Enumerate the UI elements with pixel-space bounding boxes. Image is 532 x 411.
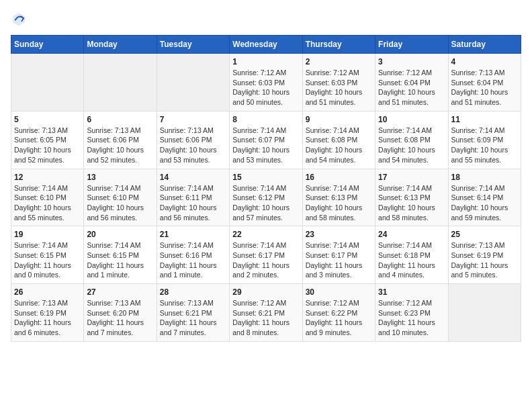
day-number: 15 (232, 173, 299, 182)
day-number: 29 (232, 287, 299, 297)
day-number: 18 (451, 173, 518, 182)
day-info: Sunrise: 7:14 AM Sunset: 6:10 PM Dayligh… (14, 183, 81, 223)
day-info: Sunrise: 7:12 AM Sunset: 6:03 PM Dayligh… (232, 68, 299, 107)
day-number: 16 (306, 173, 372, 182)
calendar-cell: 14Sunrise: 7:14 AM Sunset: 6:11 PM Dayli… (157, 169, 229, 226)
weekday-header-monday: Monday (84, 36, 157, 54)
day-info: Sunrise: 7:12 AM Sunset: 6:21 PM Dayligh… (232, 298, 299, 338)
calendar-cell: 24Sunrise: 7:14 AM Sunset: 6:18 PM Dayli… (375, 226, 448, 284)
day-info: Sunrise: 7:13 AM Sunset: 6:05 PM Dayligh… (14, 126, 81, 165)
calendar-cell: 5Sunrise: 7:13 AM Sunset: 6:05 PM Daylig… (11, 111, 84, 169)
calendar-cell: 6Sunrise: 7:13 AM Sunset: 6:06 PM Daylig… (84, 111, 157, 169)
weekday-header-sunday: Sunday (11, 36, 84, 54)
day-number: 30 (306, 287, 372, 297)
day-info: Sunrise: 7:13 AM Sunset: 6:06 PM Dayligh… (87, 126, 153, 165)
calendar-cell: 16Sunrise: 7:14 AM Sunset: 6:13 PM Dayli… (302, 169, 375, 226)
day-number: 10 (378, 115, 445, 124)
day-number: 14 (160, 173, 226, 182)
day-info: Sunrise: 7:12 AM Sunset: 6:03 PM Dayligh… (306, 68, 372, 107)
calendar-cell (84, 54, 157, 111)
calendar-cell: 29Sunrise: 7:12 AM Sunset: 6:21 PM Dayli… (230, 284, 302, 342)
day-info: Sunrise: 7:14 AM Sunset: 6:08 PM Dayligh… (306, 126, 372, 165)
day-number: 2 (306, 57, 372, 66)
day-info: Sunrise: 7:12 AM Sunset: 6:23 PM Dayligh… (378, 298, 445, 338)
weekday-header-wednesday: Wednesday (230, 36, 302, 54)
day-number: 7 (160, 115, 226, 124)
calendar-cell: 31Sunrise: 7:12 AM Sunset: 6:23 PM Dayli… (375, 284, 448, 342)
day-info: Sunrise: 7:14 AM Sunset: 6:15 PM Dayligh… (14, 240, 81, 280)
day-info: Sunrise: 7:12 AM Sunset: 6:04 PM Dayligh… (378, 68, 445, 107)
day-number: 3 (378, 57, 445, 66)
day-info: Sunrise: 7:14 AM Sunset: 6:13 PM Dayligh… (378, 183, 445, 223)
calendar-cell: 9Sunrise: 7:14 AM Sunset: 6:08 PM Daylig… (302, 111, 375, 169)
calendar-cell: 23Sunrise: 7:14 AM Sunset: 6:17 PM Dayli… (302, 226, 375, 284)
logo (11, 11, 31, 27)
calendar-cell (11, 54, 84, 111)
calendar-cell: 26Sunrise: 7:13 AM Sunset: 6:19 PM Dayli… (11, 284, 84, 342)
day-number: 1 (232, 57, 299, 66)
day-info: Sunrise: 7:13 AM Sunset: 6:21 PM Dayligh… (160, 298, 226, 338)
day-number: 12 (14, 173, 81, 182)
calendar-cell: 30Sunrise: 7:12 AM Sunset: 6:22 PM Dayli… (302, 284, 375, 342)
day-number: 21 (160, 230, 226, 239)
day-info: Sunrise: 7:14 AM Sunset: 6:07 PM Dayligh… (232, 126, 299, 165)
day-info: Sunrise: 7:14 AM Sunset: 6:16 PM Dayligh… (160, 240, 226, 280)
day-number: 24 (378, 230, 445, 239)
day-info: Sunrise: 7:14 AM Sunset: 6:18 PM Dayligh… (378, 240, 445, 280)
day-number: 5 (14, 115, 81, 124)
weekday-header-thursday: Thursday (302, 36, 375, 54)
day-info: Sunrise: 7:13 AM Sunset: 6:19 PM Dayligh… (451, 240, 518, 280)
day-info: Sunrise: 7:13 AM Sunset: 6:20 PM Dayligh… (87, 298, 153, 338)
day-number: 19 (14, 230, 81, 239)
day-number: 28 (160, 287, 226, 297)
day-number: 6 (87, 115, 153, 124)
day-number: 31 (378, 287, 445, 297)
page-header (11, 11, 521, 27)
day-info: Sunrise: 7:12 AM Sunset: 6:22 PM Dayligh… (306, 298, 372, 338)
calendar-week-1: 1Sunrise: 7:12 AM Sunset: 6:03 PM Daylig… (11, 54, 521, 111)
calendar-cell: 25Sunrise: 7:13 AM Sunset: 6:19 PM Dayli… (448, 226, 521, 284)
day-number: 9 (306, 115, 372, 124)
calendar-table: SundayMondayTuesdayWednesdayThursdayFrid… (11, 35, 521, 342)
calendar-cell: 11Sunrise: 7:14 AM Sunset: 6:09 PM Dayli… (448, 111, 521, 169)
day-info: Sunrise: 7:13 AM Sunset: 6:04 PM Dayligh… (451, 68, 518, 107)
calendar-week-5: 26Sunrise: 7:13 AM Sunset: 6:19 PM Dayli… (11, 284, 521, 342)
weekday-header-friday: Friday (375, 36, 448, 54)
day-number: 17 (378, 173, 445, 182)
day-number: 22 (232, 230, 299, 239)
calendar-cell: 8Sunrise: 7:14 AM Sunset: 6:07 PM Daylig… (230, 111, 302, 169)
calendar-cell: 21Sunrise: 7:14 AM Sunset: 6:16 PM Dayli… (157, 226, 229, 284)
calendar-cell: 17Sunrise: 7:14 AM Sunset: 6:13 PM Dayli… (375, 169, 448, 226)
day-number: 13 (87, 173, 153, 182)
day-info: Sunrise: 7:14 AM Sunset: 6:13 PM Dayligh… (306, 183, 372, 223)
calendar-cell: 15Sunrise: 7:14 AM Sunset: 6:12 PM Dayli… (230, 169, 302, 226)
day-info: Sunrise: 7:14 AM Sunset: 6:12 PM Dayligh… (232, 183, 299, 223)
day-info: Sunrise: 7:14 AM Sunset: 6:11 PM Dayligh… (160, 183, 226, 223)
day-info: Sunrise: 7:14 AM Sunset: 6:17 PM Dayligh… (306, 240, 372, 280)
logo-icon (11, 11, 27, 27)
day-number: 4 (451, 57, 518, 66)
day-number: 11 (451, 115, 518, 124)
calendar-cell: 19Sunrise: 7:14 AM Sunset: 6:15 PM Dayli… (11, 226, 84, 284)
calendar-week-4: 19Sunrise: 7:14 AM Sunset: 6:15 PM Dayli… (11, 226, 521, 284)
calendar-cell: 27Sunrise: 7:13 AM Sunset: 6:20 PM Dayli… (84, 284, 157, 342)
day-number: 20 (87, 230, 153, 239)
day-info: Sunrise: 7:14 AM Sunset: 6:10 PM Dayligh… (87, 183, 153, 223)
calendar-week-3: 12Sunrise: 7:14 AM Sunset: 6:10 PM Dayli… (11, 169, 521, 226)
calendar-cell: 4Sunrise: 7:13 AM Sunset: 6:04 PM Daylig… (448, 54, 521, 111)
calendar-cell: 22Sunrise: 7:14 AM Sunset: 6:17 PM Dayli… (230, 226, 302, 284)
day-info: Sunrise: 7:13 AM Sunset: 6:19 PM Dayligh… (14, 298, 81, 338)
calendar-cell: 2Sunrise: 7:12 AM Sunset: 6:03 PM Daylig… (302, 54, 375, 111)
day-number: 8 (232, 115, 299, 124)
calendar-cell (448, 284, 521, 342)
calendar-cell: 7Sunrise: 7:13 AM Sunset: 6:06 PM Daylig… (157, 111, 229, 169)
day-number: 25 (451, 230, 518, 239)
day-info: Sunrise: 7:14 AM Sunset: 6:15 PM Dayligh… (87, 240, 153, 280)
calendar-cell: 28Sunrise: 7:13 AM Sunset: 6:21 PM Dayli… (157, 284, 229, 342)
calendar-cell: 3Sunrise: 7:12 AM Sunset: 6:04 PM Daylig… (375, 54, 448, 111)
calendar-cell: 10Sunrise: 7:14 AM Sunset: 6:08 PM Dayli… (375, 111, 448, 169)
day-info: Sunrise: 7:14 AM Sunset: 6:17 PM Dayligh… (232, 240, 299, 280)
weekday-header-tuesday: Tuesday (157, 36, 229, 54)
calendar-cell: 12Sunrise: 7:14 AM Sunset: 6:10 PM Dayli… (11, 169, 84, 226)
calendar-cell (157, 54, 229, 111)
